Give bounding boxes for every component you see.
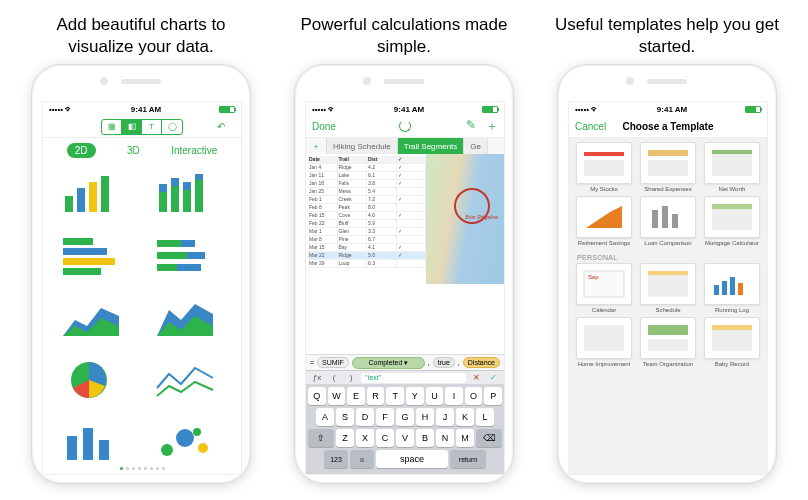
formula-bar[interactable]: = SUMIF Completed ▾ , true , Distance xyxy=(306,354,504,370)
formula-bool-token[interactable]: true xyxy=(433,357,455,368)
key-c[interactable]: C xyxy=(376,429,394,447)
accept-formula-icon[interactable]: ✓ xyxy=(486,373,500,382)
svg-rect-6 xyxy=(171,186,179,212)
chart-type-bubble[interactable] xyxy=(155,420,223,462)
add-icon[interactable]: ＋ xyxy=(486,118,498,135)
format-segmented-control[interactable]: ▦ ▮▯ T ◯ xyxy=(101,119,183,135)
key-u[interactable]: U xyxy=(426,387,444,405)
done-button[interactable]: Done xyxy=(312,121,336,132)
key-i[interactable]: I xyxy=(445,387,463,405)
key-f[interactable]: F xyxy=(376,408,394,426)
key-b[interactable]: B xyxy=(416,429,434,447)
key-m[interactable]: M xyxy=(456,429,474,447)
emoji-key[interactable]: ☺ xyxy=(350,450,374,468)
key-s[interactable]: S xyxy=(336,408,354,426)
status-time: 9:41 AM xyxy=(394,105,424,114)
key-x[interactable]: X xyxy=(356,429,374,447)
seg-text-icon[interactable]: T xyxy=(142,120,162,134)
svg-rect-15 xyxy=(63,268,101,275)
key-k[interactable]: K xyxy=(456,408,474,426)
chart-type-bar[interactable] xyxy=(61,172,129,222)
svg-rect-59 xyxy=(648,271,688,275)
phone-frame-3: •••••ᯤ 9:41 AM Cancel Choose a Template … xyxy=(557,64,777,484)
key-q[interactable]: Q xyxy=(308,387,326,405)
chart-type-hbar[interactable] xyxy=(61,234,129,284)
chart-type-pie[interactable] xyxy=(61,358,129,408)
sheet-tab-1[interactable]: Hiking Schedule xyxy=(327,138,398,154)
tab-2d[interactable]: 2D xyxy=(67,143,96,158)
sheet-tab-3[interactable]: Ge xyxy=(464,138,488,154)
fx-text-field[interactable]: "text" xyxy=(361,373,466,383)
template-retirement[interactable]: Retirement Savings xyxy=(575,196,633,248)
spreadsheet-table[interactable]: DateTrailDist✓ Jan 4Ridge4.2✓ Jan 11Lake… xyxy=(308,156,426,268)
key-t[interactable]: T xyxy=(386,387,404,405)
template-shared-expenses[interactable]: Shared Expenses xyxy=(639,142,697,194)
key-r[interactable]: R xyxy=(367,387,385,405)
template-schedule[interactable]: Schedule xyxy=(639,263,697,315)
svg-rect-53 xyxy=(672,214,678,228)
chart-type-stacked-bar[interactable] xyxy=(155,172,223,222)
add-sheet-button[interactable]: ＋ xyxy=(306,138,327,154)
template-home-improvement[interactable]: Home Improvement xyxy=(575,317,633,369)
key-n[interactable]: N xyxy=(436,429,454,447)
seg-table-icon[interactable]: ▦ xyxy=(102,120,122,134)
chart-type-stacked-area[interactable] xyxy=(155,296,223,346)
key-h[interactable]: H xyxy=(416,408,434,426)
chart-type-area[interactable] xyxy=(61,296,129,346)
paren-close-key[interactable]: ) xyxy=(344,373,358,382)
template-mortgage[interactable]: Mortgage Calculator xyxy=(703,196,761,248)
svg-rect-0 xyxy=(65,196,73,212)
svg-rect-10 xyxy=(195,180,203,212)
undo-icon[interactable]: ↶ xyxy=(217,121,225,132)
keyboard[interactable]: QWERTYUIOP ASDFGHJKL ⇧ ZXCVBNM ⌫ 123 ☺ s… xyxy=(306,384,504,474)
key-a[interactable]: A xyxy=(316,408,334,426)
space-key[interactable]: space xyxy=(376,450,448,468)
chart-type-column[interactable] xyxy=(61,420,129,462)
key-z[interactable]: Z xyxy=(336,429,354,447)
status-bar: •••••ᯤ 9:41 AM xyxy=(43,102,241,116)
seg-chart-icon[interactable]: ▮▯ xyxy=(122,120,142,134)
template-my-stocks[interactable]: My Stocks xyxy=(575,142,633,194)
seg-shape-icon[interactable]: ◯ xyxy=(162,120,182,134)
fx-icon[interactable]: ƒx xyxy=(310,373,324,382)
key-p[interactable]: P xyxy=(484,387,502,405)
numbers-key[interactable]: 123 xyxy=(324,450,348,468)
key-y[interactable]: Y xyxy=(406,387,424,405)
return-key[interactable]: return xyxy=(450,450,486,468)
sheet-tab-2[interactable]: Trail Segments xyxy=(398,138,465,154)
tab-3d[interactable]: 3D xyxy=(127,145,140,156)
shift-key[interactable]: ⇧ xyxy=(308,429,334,447)
backspace-key[interactable]: ⌫ xyxy=(476,429,502,447)
key-j[interactable]: J xyxy=(436,408,454,426)
key-w[interactable]: W xyxy=(328,387,346,405)
template-calendar[interactable]: SepCalendar xyxy=(575,263,633,315)
template-team-org[interactable]: Team Organization xyxy=(639,317,697,369)
key-g[interactable]: G xyxy=(396,408,414,426)
key-e[interactable]: E xyxy=(347,387,365,405)
cancel-formula-icon[interactable]: ✕ xyxy=(469,373,483,382)
chart-type-line[interactable] xyxy=(155,358,223,408)
svg-rect-60 xyxy=(714,285,719,295)
brush-icon[interactable]: ✎ xyxy=(466,118,476,135)
template-running-log[interactable]: Running Log xyxy=(703,263,761,315)
status-time: 9:41 AM xyxy=(657,105,687,114)
battery-icon xyxy=(482,106,498,113)
template-net-worth[interactable]: Net Worth xyxy=(703,142,761,194)
template-loan[interactable]: Loan Comparison xyxy=(639,196,697,248)
caption-1: Add beautiful charts to visualize your d… xyxy=(16,8,266,64)
key-d[interactable]: D xyxy=(356,408,374,426)
cancel-button[interactable]: Cancel xyxy=(575,121,606,132)
chart-type-stacked-hbar[interactable] xyxy=(155,234,223,284)
key-l[interactable]: L xyxy=(476,408,494,426)
formula-distance-token[interactable]: Distance xyxy=(463,357,500,368)
wifi-icon: ᯤ xyxy=(65,105,73,114)
status-time: 9:41 AM xyxy=(131,105,161,114)
paren-open-key[interactable]: ( xyxy=(327,373,341,382)
tab-interactive[interactable]: Interactive xyxy=(171,145,217,156)
svg-rect-14 xyxy=(63,258,115,265)
key-v[interactable]: V xyxy=(396,429,414,447)
key-o[interactable]: O xyxy=(465,387,483,405)
template-baby-record[interactable]: Baby Record xyxy=(703,317,761,369)
formula-function-token[interactable]: SUMIF xyxy=(317,357,349,368)
formula-column-token[interactable]: Completed ▾ xyxy=(352,357,425,369)
